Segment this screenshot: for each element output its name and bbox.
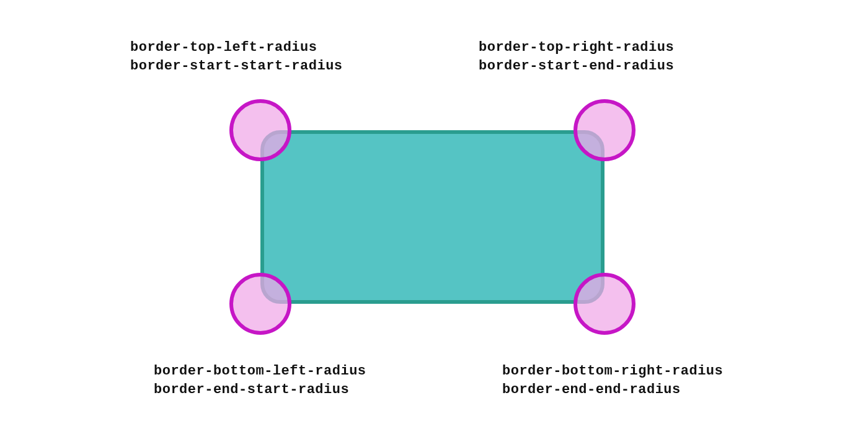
rounded-box	[260, 130, 604, 304]
label-top-left: border-top-left-radius border-start-star…	[130, 38, 343, 75]
corner-marker-top-left	[229, 99, 291, 161]
label-top-right: border-top-right-radius border-start-end…	[479, 38, 674, 75]
label-top-right-physical: border-top-right-radius	[479, 38, 674, 57]
label-bottom-left-physical: border-bottom-left-radius	[154, 362, 366, 381]
label-bottom-right: border-bottom-right-radius border-end-en…	[502, 362, 723, 399]
label-top-left-logical: border-start-start-radius	[130, 57, 343, 76]
diagram-stage: border-top-left-radius border-start-star…	[0, 0, 868, 434]
label-top-left-physical: border-top-left-radius	[130, 38, 343, 57]
label-top-right-logical: border-start-end-radius	[479, 57, 674, 76]
corner-marker-bottom-right	[574, 273, 636, 335]
label-bottom-right-physical: border-bottom-right-radius	[502, 362, 723, 381]
corner-marker-bottom-left	[229, 273, 291, 335]
label-bottom-left: border-bottom-left-radius border-end-sta…	[154, 362, 366, 399]
label-bottom-right-logical: border-end-end-radius	[502, 381, 723, 399]
label-bottom-left-logical: border-end-start-radius	[154, 381, 366, 399]
corner-marker-top-right	[574, 99, 636, 161]
